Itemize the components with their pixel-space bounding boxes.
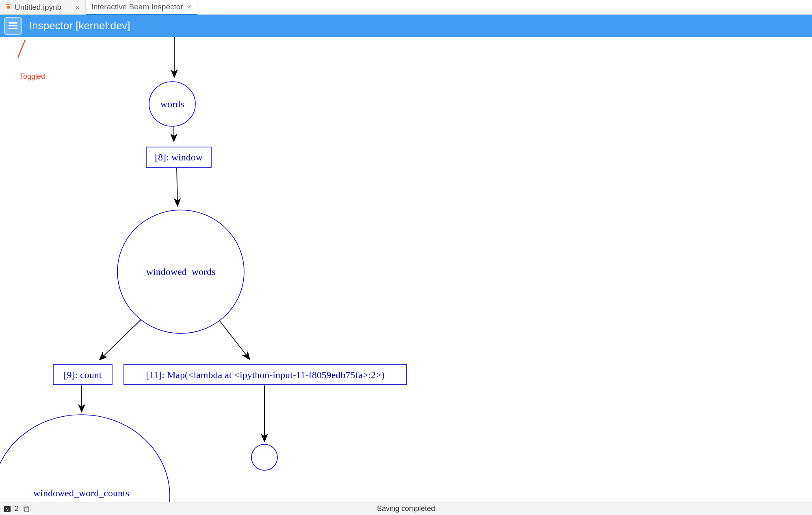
node-output[interactable]: [251, 444, 277, 470]
node-window[interactable]: [146, 147, 211, 167]
close-icon[interactable]: ×: [75, 4, 80, 11]
node-windowed-words[interactable]: [117, 210, 244, 333]
status-count: 2: [15, 504, 19, 513]
node-windowed-word-counts[interactable]: [0, 415, 170, 502]
node-map[interactable]: [124, 364, 407, 385]
tab-untitled[interactable]: Untitled.ipynb ×: [0, 0, 86, 14]
edge: [219, 320, 249, 359]
close-icon[interactable]: ×: [187, 3, 192, 11]
menu-toggle-button[interactable]: [4, 17, 22, 35]
node-count[interactable]: [53, 364, 112, 385]
mode-icon[interactable]: s: [4, 506, 11, 512]
edge: [177, 168, 178, 206]
status-bar: s 2 Saving completed: [0, 502, 812, 515]
inspector-title: Inspector [kernel:dev]: [29, 19, 130, 32]
pipeline-graph[interactable]: words [8]: window windowed_words [9]: co…: [0, 37, 812, 502]
tab-label: Interactive Beam Inspector: [91, 2, 183, 11]
svg-rect-2: [25, 507, 28, 512]
hamburger-icon: [9, 22, 17, 29]
edge: [100, 319, 141, 359]
tab-label: Untitled.ipynb: [15, 3, 61, 12]
tab-bar: Untitled.ipynb × Interactive Beam Inspec…: [0, 0, 812, 15]
inspector-header: Inspector [kernel:dev]: [0, 15, 812, 37]
copy-icon[interactable]: [23, 506, 29, 512]
notebook-icon: [6, 4, 11, 10]
status-message: Saving completed: [377, 504, 435, 513]
tab-inspector[interactable]: Interactive Beam Inspector ×: [86, 0, 198, 15]
node-words[interactable]: [149, 82, 195, 126]
